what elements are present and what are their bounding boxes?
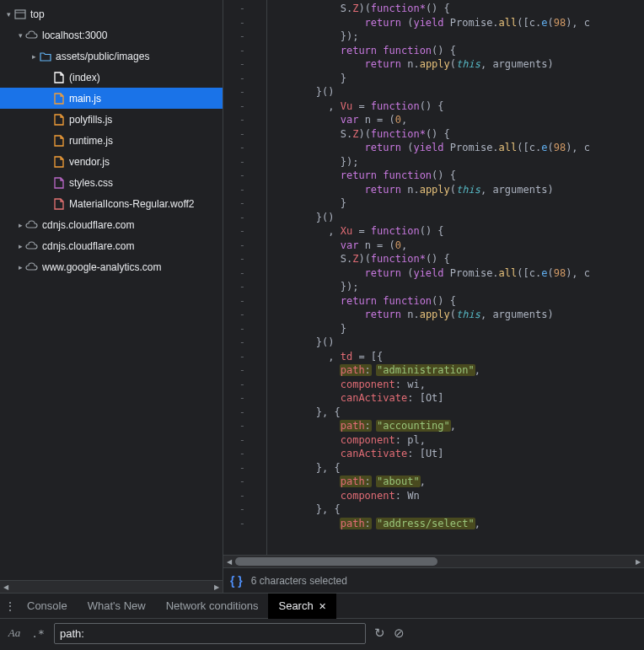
js-icon bbox=[52, 134, 66, 148]
tree-item[interactable]: ▾top bbox=[0, 3, 223, 24]
regex-toggle[interactable]: .* bbox=[30, 627, 46, 640]
tree-item[interactable]: ▸assets/public/images bbox=[0, 46, 223, 67]
drawer-tab-search[interactable]: Search ✕ bbox=[268, 594, 335, 619]
tree-item-label: www.google-analytics.com bbox=[39, 261, 161, 273]
tree-item-label: runtime.js bbox=[66, 135, 113, 147]
tree-item-label: cdnjs.cloudflare.com bbox=[39, 240, 134, 252]
drawer-tab-network-conditions[interactable]: Network conditions bbox=[156, 594, 269, 619]
cloud-icon bbox=[25, 29, 39, 42]
scroll-right-icon[interactable]: ▶ bbox=[632, 556, 644, 567]
tree-item[interactable]: ▾localhost:3000 bbox=[0, 24, 223, 46]
tree-item[interactable]: MaterialIcons-Regular.woff2 bbox=[0, 193, 223, 214]
sources-sidebar: ▾top▾localhost:3000▸assets/public/images… bbox=[0, 0, 223, 593]
status-bar: { } 6 characters selected bbox=[223, 567, 644, 593]
tree-item-label: MaterialIcons-Regular.woff2 bbox=[66, 198, 195, 210]
cloud-icon bbox=[25, 239, 39, 253]
sidebar-scrollbar[interactable]: ◀ ▶ bbox=[0, 580, 223, 593]
tree-item[interactable]: runtime.js bbox=[0, 130, 223, 151]
drawer-menu-icon[interactable]: ⋮ bbox=[0, 599, 17, 613]
match-case-toggle[interactable]: Aa bbox=[7, 626, 22, 640]
code-content[interactable]: S.Z)(function*() { return (yield Promise… bbox=[267, 0, 644, 555]
css-icon bbox=[52, 176, 66, 190]
drawer-tab-what-s-new[interactable]: What's New bbox=[78, 594, 156, 619]
tree-item[interactable]: vendor.js bbox=[0, 151, 223, 172]
expand-arrow-icon[interactable]: ▸ bbox=[15, 242, 25, 250]
tree-item[interactable]: (index) bbox=[0, 67, 223, 88]
tree-item-label: top bbox=[27, 8, 45, 20]
close-icon[interactable]: ✕ bbox=[319, 594, 326, 619]
search-input[interactable] bbox=[54, 623, 366, 644]
gutter: -------------------------------------- bbox=[223, 0, 267, 555]
svg-rect-0 bbox=[15, 10, 25, 19]
tree-item-label: (index) bbox=[66, 72, 100, 83]
tree-item-label: styles.css bbox=[66, 177, 113, 189]
js-icon bbox=[52, 113, 66, 126]
tree-item-label: main.js bbox=[66, 93, 101, 105]
search-bar: Aa .* ↻ ⊘ bbox=[0, 619, 644, 647]
frame-icon bbox=[13, 8, 27, 21]
folder-icon bbox=[39, 50, 52, 63]
cloud-icon bbox=[25, 218, 39, 232]
tab-label: Console bbox=[27, 599, 67, 612]
scrollbar-thumb[interactable] bbox=[235, 557, 437, 566]
scroll-right-icon[interactable]: ▶ bbox=[211, 581, 223, 593]
tree-item-label: localhost:3000 bbox=[39, 30, 107, 41]
cloud-icon bbox=[25, 261, 39, 274]
tab-label: Network conditions bbox=[166, 599, 259, 612]
status-text: 6 characters selected bbox=[251, 575, 347, 587]
tab-label: Search bbox=[278, 594, 313, 619]
tree-item[interactable]: ▸www.google-analytics.com bbox=[0, 256, 223, 277]
expand-arrow-icon[interactable]: ▸ bbox=[15, 263, 25, 271]
drawer: ⋮ ConsoleWhat's NewNetwork conditionsSea… bbox=[0, 593, 644, 650]
file-tree: ▾top▾localhost:3000▸assets/public/images… bbox=[0, 0, 223, 580]
tree-item[interactable]: styles.css bbox=[0, 172, 223, 193]
js-icon bbox=[52, 92, 66, 105]
scroll-left-icon[interactable]: ◀ bbox=[0, 581, 12, 593]
tree-item-label: polyfills.js bbox=[66, 114, 112, 126]
scroll-left-icon[interactable]: ◀ bbox=[223, 556, 235, 567]
expand-arrow-icon[interactable]: ▾ bbox=[15, 31, 25, 40]
refresh-icon[interactable]: ↻ bbox=[374, 626, 385, 641]
editor-panel: -------------------------------------- S… bbox=[223, 0, 644, 593]
doc-icon bbox=[52, 71, 66, 84]
tree-item[interactable]: ▸cdnjs.cloudflare.com bbox=[0, 214, 223, 235]
pretty-print-icon[interactable]: { } bbox=[230, 574, 243, 588]
tree-item[interactable]: polyfills.js bbox=[0, 109, 223, 130]
tree-item-label: vendor.js bbox=[66, 156, 110, 168]
editor-scrollbar[interactable]: ◀ ▶ bbox=[223, 555, 644, 567]
tree-item-label: cdnjs.cloudflare.com bbox=[39, 219, 134, 231]
tab-label: What's New bbox=[88, 599, 146, 612]
expand-arrow-icon[interactable]: ▸ bbox=[29, 52, 39, 61]
js-icon bbox=[52, 155, 66, 169]
expand-arrow-icon[interactable]: ▸ bbox=[15, 221, 25, 229]
drawer-tab-console[interactable]: Console bbox=[17, 594, 78, 619]
font-icon bbox=[52, 197, 66, 211]
expand-arrow-icon[interactable]: ▾ bbox=[3, 10, 13, 19]
tree-item[interactable]: ▸cdnjs.cloudflare.com bbox=[0, 235, 223, 256]
drawer-tabbar: ⋮ ConsoleWhat's NewNetwork conditionsSea… bbox=[0, 594, 644, 619]
tree-item-label: assets/public/images bbox=[52, 51, 149, 62]
tree-item[interactable]: main.js bbox=[0, 88, 223, 109]
clear-icon[interactable]: ⊘ bbox=[394, 626, 405, 641]
